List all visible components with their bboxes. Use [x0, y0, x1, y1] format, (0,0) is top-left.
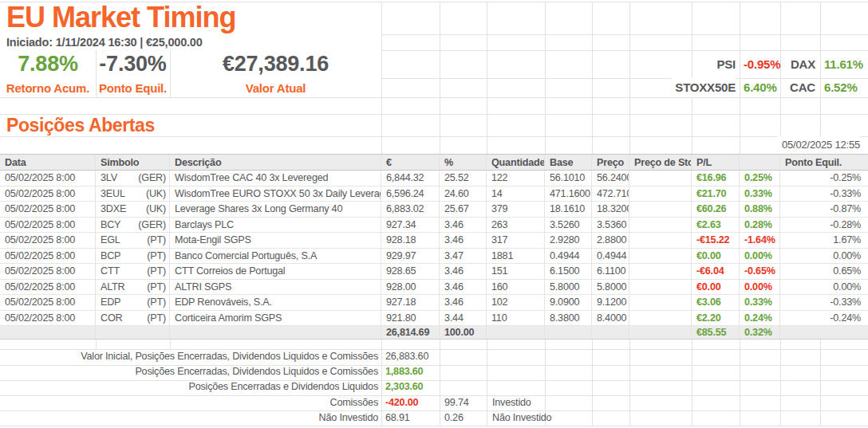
cell-quantidade[interactable]: 151	[487, 264, 545, 279]
table-total-row[interactable]: 26,814.69 100.00 €85.55 0.32%	[0, 326, 868, 340]
kpi-valor-atual-value[interactable]: €27,389.16	[170, 50, 381, 78]
cell-preco-stop[interactable]	[629, 311, 692, 326]
cell-pl-pct[interactable]: 0.00%	[740, 280, 780, 295]
table-row[interactable]: 05/02/2025 8:00 ALTR(PT) ALTRI SGPS 928.…	[0, 280, 868, 296]
cell-pct[interactable]: 25.52	[440, 171, 487, 186]
cell-valor[interactable]: 927.18	[381, 295, 440, 310]
cell-base[interactable]: 56.1010	[545, 171, 592, 186]
cell-ponto-equil[interactable]: 0.65%	[780, 264, 868, 279]
table-row[interactable]: 05/02/2025 8:00 EDP(PT) EDP Renováveis, …	[0, 295, 868, 311]
cell-simbolo[interactable]: 3LV(GER)	[96, 171, 170, 186]
cell-pl[interactable]: €0.00	[692, 280, 740, 295]
cell-valor[interactable]: 6,883.02	[381, 202, 440, 217]
index-cac-value[interactable]: 6.52%	[824, 78, 858, 97]
cell-pct[interactable]: 3.46	[440, 233, 487, 248]
cell-ponto-equil[interactable]: -0.24%	[780, 311, 868, 326]
cell-pl-pct[interactable]: 0.25%	[740, 171, 780, 186]
cell-data[interactable]: 05/02/2025 8:00	[0, 264, 96, 279]
cell-preco-stop[interactable]	[629, 218, 692, 233]
cell-preco[interactable]: 56.2400	[592, 171, 629, 186]
cell-valor[interactable]: 928.65	[381, 264, 440, 279]
cell-pl[interactable]: €60.26	[692, 202, 740, 217]
cell-base[interactable]: 18.1610	[545, 202, 592, 217]
table-row[interactable]: 05/02/2025 8:00 BCY(GER) Barclays PLC 92…	[0, 218, 868, 234]
cell-descricao[interactable]: ALTRI SGPS	[170, 280, 381, 295]
cell-simbolo[interactable]: EGL(PT)	[96, 233, 170, 248]
total-pl[interactable]: €85.55	[692, 326, 740, 339]
cell-quantidade[interactable]: 102	[487, 295, 545, 310]
header-pct[interactable]: %	[440, 155, 487, 170]
cell-preco[interactable]: 9.1200	[592, 295, 629, 310]
cell-data[interactable]: 05/02/2025 8:00	[0, 171, 96, 186]
cell-descricao[interactable]: Barclays PLC	[170, 218, 381, 233]
header-ponto-equil[interactable]: Ponto Equil.	[780, 155, 868, 170]
summary-row[interactable]: Comissões -420.00 99.74 Investido	[0, 395, 868, 410]
cell-pl[interactable]: -€6.04	[692, 264, 740, 279]
header-preco-de-stop[interactable]: Preço de Stop	[629, 155, 692, 170]
cell-descricao[interactable]: CTT Correios de Portugal	[170, 264, 381, 279]
summary-row[interactable]: Valor Inicial, Posições Encerradas, Divi…	[0, 349, 868, 364]
index-psi-value[interactable]: -0.95%	[744, 50, 780, 78]
cell-pct[interactable]: 3.46	[440, 280, 487, 295]
cell-data[interactable]: 05/02/2025 8:00	[0, 311, 96, 326]
total-valor[interactable]: 26,814.69	[381, 326, 440, 339]
cell-pl[interactable]: €3.06	[692, 295, 740, 310]
cell-simbolo[interactable]: BCP(PT)	[96, 249, 170, 264]
cell-descricao[interactable]: Banco Comercial Português, S.A	[170, 249, 381, 264]
cell-pl-pct[interactable]: 0.33%	[740, 295, 780, 310]
cell-simbolo[interactable]: CTT(PT)	[96, 264, 170, 279]
cell-descricao[interactable]: Mota-Engil SGPS	[170, 233, 381, 248]
cell-preco-stop[interactable]	[629, 171, 692, 186]
cell-quantidade[interactable]: 1881	[487, 249, 545, 264]
cell-descricao[interactable]: WisdomTree EURO STOXX 50 3x Daily Levera…	[170, 187, 381, 202]
cell-pl[interactable]: -€15.22	[692, 233, 740, 248]
cell-quantidade[interactable]: 317	[487, 233, 545, 248]
cell-pl[interactable]: €2.63	[692, 218, 740, 233]
cell-preco[interactable]: 3.5360	[592, 218, 629, 233]
total-pl-pct[interactable]: 0.32%	[740, 326, 780, 339]
summary-row[interactable]: Não Investido 68.91 0.26 Não Investido	[0, 410, 868, 426]
cell-preco[interactable]: 8.4000	[592, 311, 629, 326]
cell-preco[interactable]: 0.4944	[592, 249, 629, 264]
cell-pct[interactable]: 3.44	[440, 311, 487, 326]
summary-row[interactable]: Posições Encerradas e Dividendos Liquido…	[0, 379, 868, 395]
cell-base[interactable]: 6.1500	[545, 264, 592, 279]
cell-preco-stop[interactable]	[629, 295, 692, 310]
total-pct[interactable]: 100.00	[440, 326, 487, 339]
summary-value[interactable]: 26,883.60	[385, 349, 428, 364]
cell-pl[interactable]: €16.96	[692, 171, 740, 186]
kpi-ponto-equil-value[interactable]: -7.30%	[96, 50, 170, 78]
header-euro[interactable]: €	[381, 155, 440, 170]
cell-data[interactable]: 05/02/2025 8:00	[0, 202, 96, 217]
cell-descricao[interactable]: EDP Renováveis, S.A.	[170, 295, 381, 310]
cell-valor[interactable]: 6,596.24	[381, 187, 440, 202]
cell-data[interactable]: 05/02/2025 8:00	[0, 187, 96, 202]
cell-valor[interactable]: 929.97	[381, 249, 440, 264]
cell-preco[interactable]: 18.3200	[592, 202, 629, 217]
cell-pl-pct[interactable]: 0.24%	[740, 311, 780, 326]
cell-simbolo[interactable]: EDP(PT)	[96, 295, 170, 310]
summary-extra-value[interactable]: 0.26	[444, 410, 464, 426]
header-preco[interactable]: Preço	[592, 155, 629, 170]
cell-base[interactable]: 8.3800	[545, 311, 592, 326]
cell-valor[interactable]: 928.00	[381, 280, 440, 295]
header-base[interactable]: Base	[545, 155, 592, 170]
table-row[interactable]: 05/02/2025 8:00 BCP(PT) Banco Comercial …	[0, 249, 868, 265]
cell-simbolo[interactable]: ALTR(PT)	[96, 280, 170, 295]
cell-valor[interactable]: 927.34	[381, 218, 440, 233]
cell-pct[interactable]: 3.46	[440, 264, 487, 279]
cell-preco-stop[interactable]	[629, 249, 692, 264]
cell-quantidade[interactable]: 160	[487, 280, 545, 295]
cell-ponto-equil[interactable]: -0.33%	[780, 295, 868, 310]
cell-base[interactable]: 0.4944	[545, 249, 592, 264]
header-data[interactable]: Data	[0, 155, 96, 170]
cell-quantidade[interactable]: 263	[487, 218, 545, 233]
header-simbolo[interactable]: Simbolo	[96, 155, 170, 170]
positions-table[interactable]: Data Simbolo Descrição € % Quantidade Ba…	[0, 154, 868, 340]
cell-descricao[interactable]: Leverage Shares 3x Long Germany 40	[170, 202, 381, 217]
header-empty[interactable]	[740, 155, 780, 170]
cell-ponto-equil[interactable]: 0.00%	[780, 249, 868, 264]
cell-pl-pct[interactable]: -1.64%	[740, 233, 780, 248]
cell-data[interactable]: 05/02/2025 8:00	[0, 233, 96, 248]
cell-valor[interactable]: 6,844.32	[381, 171, 440, 186]
